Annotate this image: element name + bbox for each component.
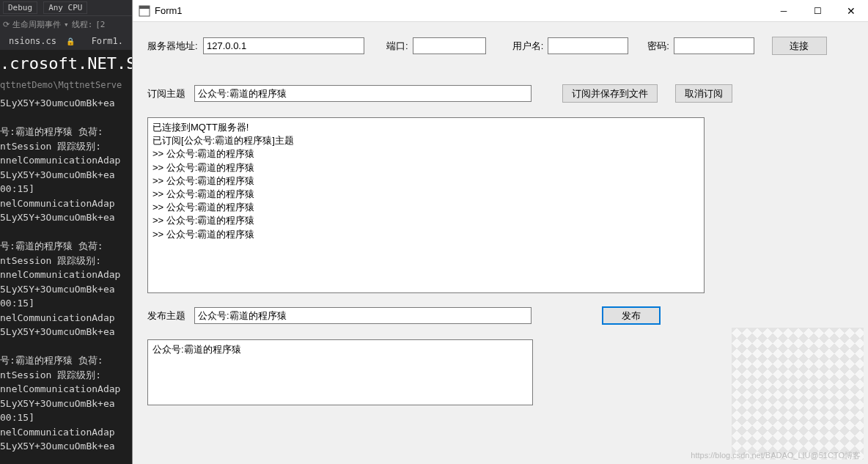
form-icon xyxy=(139,5,150,17)
tab-nsions[interactable]: nsions.cs xyxy=(4,34,61,48)
publish-topic-label: 发布主题 xyxy=(147,309,190,323)
code-header: .crosoft.NET.Sdk xyxy=(0,50,132,77)
form-window: Form1 ─ ☐ ✕ 服务器地址: 端口: 用户名: 密码: 连接 订阅主题 … xyxy=(132,0,868,464)
thread-value: [2 xyxy=(95,20,105,29)
titlebar: Form1 ─ ☐ ✕ xyxy=(133,0,868,22)
publish-button[interactable]: 发布 xyxy=(602,306,661,325)
platform-dropdown[interactable]: Any CPU xyxy=(43,1,87,14)
ide-tabs: nsions.cs 🔒 Form1. xyxy=(0,32,132,50)
close-button[interactable]: ✕ xyxy=(834,0,868,22)
subscribe-row: 订阅主题 订阅并保存到文件 取消订阅 xyxy=(147,84,853,103)
connect-button[interactable]: 连接 xyxy=(772,37,827,55)
password-label: 密码: xyxy=(647,40,669,53)
window-title: Form1 xyxy=(155,5,183,16)
build-config-dropdown[interactable]: Debug xyxy=(3,1,37,14)
watermark-text: https://blog.csdn.net/BADAO_LIU@51CTO博客 xyxy=(691,450,861,461)
svg-rect-1 xyxy=(139,6,150,9)
ide-console: 5LyX5Y+3OumcuOmBk+ea 号:霸道的程序猿 负荷: ntSess… xyxy=(0,93,132,464)
refresh-icon[interactable]: ⟳ xyxy=(3,20,10,29)
port-input[interactable] xyxy=(413,37,486,54)
thread-label: 线程: xyxy=(72,19,93,30)
log-textarea[interactable]: 已连接到MQTT服务器! 已订阅[公众号:霸道的程序猿]主题 >> 公众号:霸道… xyxy=(147,117,705,293)
subscribe-topic-input[interactable] xyxy=(194,85,532,102)
message-textarea[interactable] xyxy=(147,339,533,405)
password-input[interactable] xyxy=(674,37,754,54)
lock-icon: 🔒 xyxy=(66,37,75,45)
server-input[interactable] xyxy=(203,37,364,54)
ide-path: qttnetDemo\MqttnetServe xyxy=(0,77,132,93)
window-controls: ─ ☐ ✕ xyxy=(767,0,868,22)
port-label: 端口: xyxy=(386,40,408,53)
unsubscribe-button[interactable]: 取消订阅 xyxy=(675,84,732,103)
ide-toolbar: Debug Any CPU xyxy=(0,0,132,16)
ide-debug-toolbar: ⟳ 生命周期事件 ▾ 线程: [2 xyxy=(0,16,132,32)
tab-form1[interactable]: Form1. xyxy=(87,34,128,48)
server-label: 服务器地址: xyxy=(147,40,199,53)
minimize-button[interactable]: ─ xyxy=(767,0,801,22)
user-label: 用户名: xyxy=(512,40,544,53)
connection-row: 服务器地址: 端口: 用户名: 密码: 连接 xyxy=(147,37,853,55)
maximize-button[interactable]: ☐ xyxy=(801,0,834,22)
subscribe-topic-label: 订阅主题 xyxy=(147,87,190,100)
subscribe-button[interactable]: 订阅并保存到文件 xyxy=(562,84,658,103)
publish-row: 发布主题 发布 xyxy=(147,306,853,325)
user-input[interactable] xyxy=(548,37,628,54)
qr-code xyxy=(732,328,864,460)
publish-topic-input[interactable] xyxy=(194,307,532,324)
ide-panel: Debug Any CPU ⟳ 生命周期事件 ▾ 线程: [2 nsions.c… xyxy=(0,0,132,464)
lifecycle-label: 生命周期事件 xyxy=(12,19,61,30)
